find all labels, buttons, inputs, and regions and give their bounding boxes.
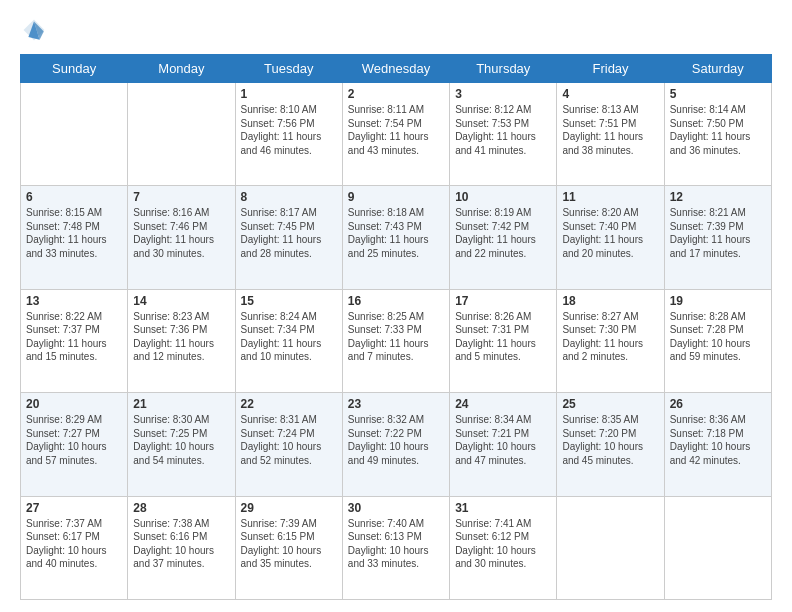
day-number: 10 [455, 190, 551, 204]
week-row-3: 13Sunrise: 8:22 AM Sunset: 7:37 PM Dayli… [21, 289, 772, 392]
calendar-cell: 8Sunrise: 8:17 AM Sunset: 7:45 PM Daylig… [235, 186, 342, 289]
weekday-header-wednesday: Wednesday [342, 55, 449, 83]
cell-content: Sunrise: 7:38 AM Sunset: 6:16 PM Dayligh… [133, 517, 229, 571]
header [20, 16, 772, 44]
day-number: 13 [26, 294, 122, 308]
day-number: 4 [562, 87, 658, 101]
cell-content: Sunrise: 8:31 AM Sunset: 7:24 PM Dayligh… [241, 413, 337, 467]
weekday-header-monday: Monday [128, 55, 235, 83]
day-number: 5 [670, 87, 766, 101]
cell-content: Sunrise: 8:28 AM Sunset: 7:28 PM Dayligh… [670, 310, 766, 364]
cell-content: Sunrise: 8:18 AM Sunset: 7:43 PM Dayligh… [348, 206, 444, 260]
cell-content: Sunrise: 8:24 AM Sunset: 7:34 PM Dayligh… [241, 310, 337, 364]
day-number: 19 [670, 294, 766, 308]
calendar-cell: 7Sunrise: 8:16 AM Sunset: 7:46 PM Daylig… [128, 186, 235, 289]
calendar-cell [128, 83, 235, 186]
cell-content: Sunrise: 8:19 AM Sunset: 7:42 PM Dayligh… [455, 206, 551, 260]
day-number: 22 [241, 397, 337, 411]
calendar-cell [21, 83, 128, 186]
cell-content: Sunrise: 8:26 AM Sunset: 7:31 PM Dayligh… [455, 310, 551, 364]
cell-content: Sunrise: 8:10 AM Sunset: 7:56 PM Dayligh… [241, 103, 337, 157]
calendar-cell: 2Sunrise: 8:11 AM Sunset: 7:54 PM Daylig… [342, 83, 449, 186]
cell-content: Sunrise: 8:13 AM Sunset: 7:51 PM Dayligh… [562, 103, 658, 157]
calendar-cell: 14Sunrise: 8:23 AM Sunset: 7:36 PM Dayli… [128, 289, 235, 392]
weekday-header-tuesday: Tuesday [235, 55, 342, 83]
week-row-5: 27Sunrise: 7:37 AM Sunset: 6:17 PM Dayli… [21, 496, 772, 599]
day-number: 16 [348, 294, 444, 308]
day-number: 14 [133, 294, 229, 308]
calendar-cell: 1Sunrise: 8:10 AM Sunset: 7:56 PM Daylig… [235, 83, 342, 186]
cell-content: Sunrise: 8:32 AM Sunset: 7:22 PM Dayligh… [348, 413, 444, 467]
logo-icon [20, 16, 48, 44]
calendar-cell: 11Sunrise: 8:20 AM Sunset: 7:40 PM Dayli… [557, 186, 664, 289]
cell-content: Sunrise: 8:14 AM Sunset: 7:50 PM Dayligh… [670, 103, 766, 157]
cell-content: Sunrise: 8:21 AM Sunset: 7:39 PM Dayligh… [670, 206, 766, 260]
day-number: 21 [133, 397, 229, 411]
day-number: 18 [562, 294, 658, 308]
calendar-cell: 3Sunrise: 8:12 AM Sunset: 7:53 PM Daylig… [450, 83, 557, 186]
cell-content: Sunrise: 8:23 AM Sunset: 7:36 PM Dayligh… [133, 310, 229, 364]
day-number: 15 [241, 294, 337, 308]
day-number: 1 [241, 87, 337, 101]
cell-content: Sunrise: 8:27 AM Sunset: 7:30 PM Dayligh… [562, 310, 658, 364]
cell-content: Sunrise: 8:17 AM Sunset: 7:45 PM Dayligh… [241, 206, 337, 260]
weekday-header-row: SundayMondayTuesdayWednesdayThursdayFrid… [21, 55, 772, 83]
calendar-cell: 22Sunrise: 8:31 AM Sunset: 7:24 PM Dayli… [235, 393, 342, 496]
calendar-cell: 29Sunrise: 7:39 AM Sunset: 6:15 PM Dayli… [235, 496, 342, 599]
cell-content: Sunrise: 7:40 AM Sunset: 6:13 PM Dayligh… [348, 517, 444, 571]
week-row-4: 20Sunrise: 8:29 AM Sunset: 7:27 PM Dayli… [21, 393, 772, 496]
calendar-cell: 12Sunrise: 8:21 AM Sunset: 7:39 PM Dayli… [664, 186, 771, 289]
calendar-cell: 25Sunrise: 8:35 AM Sunset: 7:20 PM Dayli… [557, 393, 664, 496]
day-number: 2 [348, 87, 444, 101]
day-number: 9 [348, 190, 444, 204]
cell-content: Sunrise: 8:36 AM Sunset: 7:18 PM Dayligh… [670, 413, 766, 467]
weekday-header-friday: Friday [557, 55, 664, 83]
calendar-cell: 23Sunrise: 8:32 AM Sunset: 7:22 PM Dayli… [342, 393, 449, 496]
day-number: 17 [455, 294, 551, 308]
cell-content: Sunrise: 7:41 AM Sunset: 6:12 PM Dayligh… [455, 517, 551, 571]
cell-content: Sunrise: 8:22 AM Sunset: 7:37 PM Dayligh… [26, 310, 122, 364]
week-row-1: 1Sunrise: 8:10 AM Sunset: 7:56 PM Daylig… [21, 83, 772, 186]
calendar-cell: 15Sunrise: 8:24 AM Sunset: 7:34 PM Dayli… [235, 289, 342, 392]
calendar-cell: 16Sunrise: 8:25 AM Sunset: 7:33 PM Dayli… [342, 289, 449, 392]
day-number: 7 [133, 190, 229, 204]
calendar-cell [664, 496, 771, 599]
calendar-cell: 21Sunrise: 8:30 AM Sunset: 7:25 PM Dayli… [128, 393, 235, 496]
cell-content: Sunrise: 8:16 AM Sunset: 7:46 PM Dayligh… [133, 206, 229, 260]
day-number: 29 [241, 501, 337, 515]
calendar-cell: 5Sunrise: 8:14 AM Sunset: 7:50 PM Daylig… [664, 83, 771, 186]
day-number: 23 [348, 397, 444, 411]
calendar-cell: 13Sunrise: 8:22 AM Sunset: 7:37 PM Dayli… [21, 289, 128, 392]
calendar-table: SundayMondayTuesdayWednesdayThursdayFrid… [20, 54, 772, 600]
cell-content: Sunrise: 8:12 AM Sunset: 7:53 PM Dayligh… [455, 103, 551, 157]
calendar-cell: 18Sunrise: 8:27 AM Sunset: 7:30 PM Dayli… [557, 289, 664, 392]
day-number: 24 [455, 397, 551, 411]
calendar-cell: 30Sunrise: 7:40 AM Sunset: 6:13 PM Dayli… [342, 496, 449, 599]
calendar-cell: 27Sunrise: 7:37 AM Sunset: 6:17 PM Dayli… [21, 496, 128, 599]
cell-content: Sunrise: 8:34 AM Sunset: 7:21 PM Dayligh… [455, 413, 551, 467]
day-number: 26 [670, 397, 766, 411]
weekday-header-sunday: Sunday [21, 55, 128, 83]
day-number: 30 [348, 501, 444, 515]
calendar-cell: 31Sunrise: 7:41 AM Sunset: 6:12 PM Dayli… [450, 496, 557, 599]
calendar-cell: 9Sunrise: 8:18 AM Sunset: 7:43 PM Daylig… [342, 186, 449, 289]
calendar-cell: 19Sunrise: 8:28 AM Sunset: 7:28 PM Dayli… [664, 289, 771, 392]
day-number: 27 [26, 501, 122, 515]
calendar-cell [557, 496, 664, 599]
cell-content: Sunrise: 8:35 AM Sunset: 7:20 PM Dayligh… [562, 413, 658, 467]
day-number: 20 [26, 397, 122, 411]
day-number: 6 [26, 190, 122, 204]
logo [20, 16, 52, 44]
cell-content: Sunrise: 8:20 AM Sunset: 7:40 PM Dayligh… [562, 206, 658, 260]
calendar-cell: 26Sunrise: 8:36 AM Sunset: 7:18 PM Dayli… [664, 393, 771, 496]
day-number: 8 [241, 190, 337, 204]
cell-content: Sunrise: 8:29 AM Sunset: 7:27 PM Dayligh… [26, 413, 122, 467]
calendar-cell: 6Sunrise: 8:15 AM Sunset: 7:48 PM Daylig… [21, 186, 128, 289]
cell-content: Sunrise: 8:25 AM Sunset: 7:33 PM Dayligh… [348, 310, 444, 364]
week-row-2: 6Sunrise: 8:15 AM Sunset: 7:48 PM Daylig… [21, 186, 772, 289]
calendar-cell: 20Sunrise: 8:29 AM Sunset: 7:27 PM Dayli… [21, 393, 128, 496]
day-number: 28 [133, 501, 229, 515]
calendar-cell: 4Sunrise: 8:13 AM Sunset: 7:51 PM Daylig… [557, 83, 664, 186]
cell-content: Sunrise: 8:15 AM Sunset: 7:48 PM Dayligh… [26, 206, 122, 260]
cell-content: Sunrise: 8:11 AM Sunset: 7:54 PM Dayligh… [348, 103, 444, 157]
